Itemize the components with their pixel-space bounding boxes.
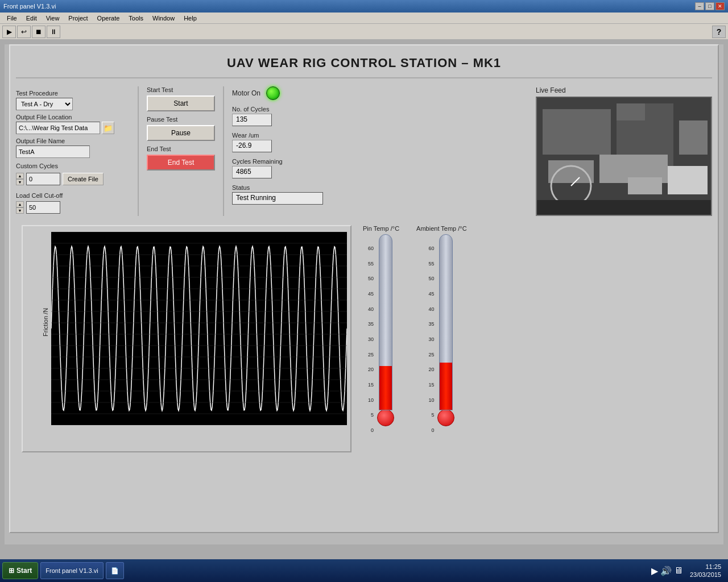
- no-of-cycles-value: 135: [232, 114, 272, 126]
- clock-time: 11:25: [690, 563, 721, 571]
- cycles-spinner: ▲ ▼: [16, 173, 24, 185]
- friction-chart-canvas: [51, 232, 347, 425]
- test-procedure-select[interactable]: Test A - Dry Test B - Wet Test C - Custo…: [16, 98, 73, 110]
- ambient-temp-bulb: [437, 409, 454, 426]
- ambient-temp-item: Ambient Temp /°C 60 55 50 45 40 35 30 25…: [416, 225, 467, 452]
- motor-label: Motor On: [232, 89, 260, 97]
- motor-section: Motor On: [232, 86, 334, 100]
- output-file-location-input[interactable]: [16, 122, 100, 134]
- wear-item: Wear /um -26.9: [232, 132, 272, 152]
- create-file-button[interactable]: Create File: [63, 173, 104, 185]
- menu-view[interactable]: View: [42, 14, 64, 23]
- pause-button[interactable]: Pause: [147, 125, 215, 141]
- wear-value: -26.9: [232, 140, 272, 152]
- title-bar: Front panel V1.3.vi – □ ✕: [0, 0, 728, 13]
- live-feed-label: Live Feed: [536, 86, 712, 94]
- status-value: Test Running: [232, 192, 323, 205]
- pause-toolbar-button[interactable]: ⏸: [47, 26, 60, 38]
- clock-date: 23/03/2015: [690, 571, 721, 579]
- custom-cycles-wrapper: ▲ ▼ Create File: [16, 173, 130, 185]
- menu-tools[interactable]: Tools: [124, 14, 148, 23]
- cycles-up-button[interactable]: ▲: [16, 173, 24, 179]
- ambient-temp-fill: [440, 363, 452, 410]
- output-file-location-label: Output File Location: [16, 114, 130, 120]
- stop-button[interactable]: ⏹: [32, 26, 46, 38]
- menu-project[interactable]: Project: [64, 14, 92, 23]
- test-procedure-wrapper: Test A - Dry Test B - Wet Test C - Custo…: [16, 98, 130, 110]
- output-file-location-wrapper: 📁: [16, 122, 130, 134]
- custom-cycles-input[interactable]: [26, 173, 60, 185]
- taskbar-item-0[interactable]: Front panel V1.3.vi: [40, 562, 103, 579]
- start-test-label: Start Test: [147, 86, 215, 93]
- y-axis-label: Friction /N: [42, 308, 49, 336]
- pin-temp-fill: [379, 366, 392, 410]
- pause-test-label: Pause Test: [147, 116, 215, 123]
- ambient-temp-scale: 60 55 50 45 40 35 30 25 20 15 10 5: [428, 246, 434, 433]
- pin-temp-item: Pin Temp /°C 60 55 50 45 40 35 30 25 20: [363, 225, 399, 452]
- run-button[interactable]: ▶: [2, 26, 16, 38]
- cycles-down-button[interactable]: ▼: [16, 179, 24, 185]
- menu-window[interactable]: Window: [148, 14, 179, 23]
- chart-inner: Friction /N: [51, 232, 345, 434]
- status-section: Status Test Running: [232, 184, 334, 205]
- end-test-button[interactable]: End Test: [147, 155, 215, 171]
- menu-help[interactable]: Help: [179, 14, 201, 23]
- start-button[interactable]: Start: [147, 95, 215, 111]
- cycles-remaining-value: 4865: [232, 166, 272, 178]
- no-of-cycles-item: No. of Cycles 135: [232, 106, 272, 126]
- ambient-temp-body: [437, 234, 454, 433]
- taskbar-tray: ▶ 🔊 🖥: [651, 566, 683, 576]
- start-menu-button[interactable]: ⊞ Start: [2, 562, 38, 579]
- chart-section: Friction /N Pin Temp /°C 60 55 50 45: [16, 225, 712, 452]
- close-button[interactable]: ✕: [715, 2, 725, 10]
- custom-cycles-label: Custom Cycles: [16, 163, 130, 169]
- pause-test-group: Pause Test Pause: [147, 116, 215, 141]
- pin-temp-gauge: 60 55 50 45 40 35 30 25 20 15 10 5: [368, 234, 394, 433]
- menu-edit[interactable]: Edit: [22, 14, 42, 23]
- windows-icon: ⊞: [9, 567, 14, 575]
- taskbar-item-1[interactable]: 📄: [106, 562, 124, 579]
- load-cell-input[interactable]: [26, 201, 60, 214]
- load-cell-up-button[interactable]: ▲: [16, 201, 24, 207]
- left-controls: Test Procedure Test A - Dry Test B - Wet…: [16, 86, 130, 214]
- panel-title: UAV WEAR RIG CONTROL STATION – MK1: [16, 51, 712, 78]
- thermo-section: Pin Temp /°C 60 55 50 45 40 35 30 25 20: [363, 225, 467, 452]
- menu-bar: File Edit View Project Operate Tools Win…: [0, 13, 728, 24]
- output-file-name-label: Output File Name: [16, 138, 130, 144]
- middle-controls: Start Test Start Pause Test Pause End Te…: [147, 86, 215, 171]
- cycles-reading-group: No. of Cycles 135: [232, 106, 334, 126]
- load-cell-wrapper-inner: ▲ ▼: [16, 201, 63, 214]
- load-cell-down-button[interactable]: ▼: [16, 207, 24, 214]
- pin-temp-scale: 60 55 50 45 40 35 30 25 20 15 10 5: [368, 246, 374, 433]
- end-test-group: End Test End Test: [147, 146, 215, 171]
- minimize-button[interactable]: –: [695, 2, 704, 10]
- menu-operate[interactable]: Operate: [93, 14, 125, 23]
- pin-temp-bulb: [377, 409, 394, 426]
- pin-temp-body: [377, 234, 394, 433]
- back-button[interactable]: ↩: [17, 26, 31, 38]
- ambient-temp-gauge: 60 55 50 45 40 35 30 25 20 15 10 5: [428, 234, 454, 433]
- maximize-button[interactable]: □: [705, 2, 714, 10]
- divider-1: [138, 86, 139, 216]
- output-file-name-input[interactable]: [16, 146, 90, 158]
- help-button[interactable]: ?: [712, 26, 726, 38]
- readings-area: Motor On No. of Cycles 135 Wear /um -26.…: [232, 86, 334, 205]
- load-cell-group: Load Cell Cut-off ▲ ▼: [16, 189, 63, 214]
- tray-icon-2: 🔊: [660, 566, 672, 576]
- title-bar-buttons: – □ ✕: [695, 2, 725, 10]
- pin-temp-label: Pin Temp /°C: [363, 225, 399, 232]
- cycles-remaining-group: Cycles Remaining 4865: [232, 158, 334, 178]
- live-feed-canvas: [537, 98, 712, 216]
- chart-wrapper: Friction /N: [22, 225, 351, 452]
- status-label: Status: [232, 184, 334, 191]
- menu-file[interactable]: File: [2, 14, 22, 23]
- load-cell-label: Load Cell Cut-off: [16, 192, 63, 199]
- pin-temp-tube: [379, 234, 392, 410]
- wear-label: Wear /um: [232, 132, 272, 139]
- browse-button[interactable]: 📁: [102, 122, 114, 134]
- load-cell-section: Load Cell Cut-off ▲ ▼: [16, 189, 130, 214]
- motor-led: [266, 86, 280, 100]
- controls-row: Test Procedure Test A - Dry Test B - Wet…: [16, 86, 712, 216]
- ambient-temp-label: Ambient Temp /°C: [416, 225, 467, 232]
- taskbar-clock: 11:25 23/03/2015: [685, 563, 726, 579]
